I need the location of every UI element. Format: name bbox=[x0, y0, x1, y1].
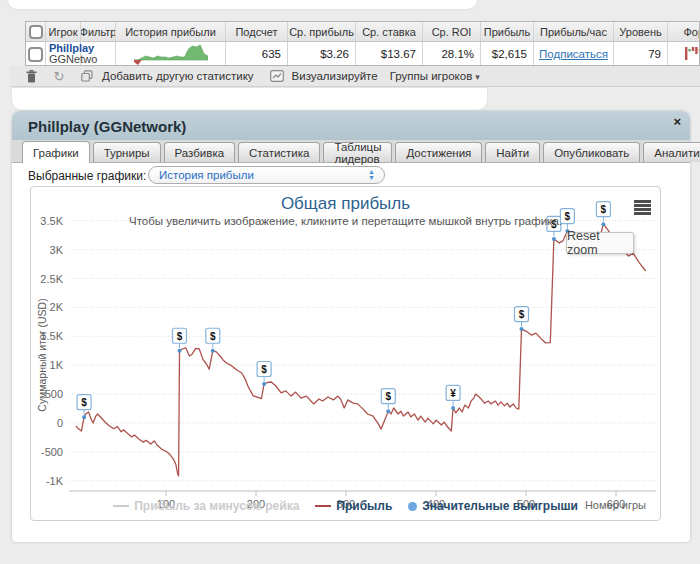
column-header-11[interactable]: Форм bbox=[668, 22, 700, 41]
visualize-icon[interactable] bbox=[270, 69, 284, 83]
toolbar: ↻ Добавить другую статистику Визуализиру… bbox=[10, 66, 700, 87]
column-header-8[interactable]: Прибыль bbox=[481, 22, 534, 41]
legend-label: Значительные выигрыши bbox=[422, 499, 578, 513]
form-sparkline bbox=[684, 45, 700, 63]
svg-text:1K: 1K bbox=[50, 359, 64, 371]
profit-value: $2,615 bbox=[481, 42, 534, 66]
svg-text:-500: -500 bbox=[41, 446, 63, 458]
level-value: 79 bbox=[614, 42, 668, 66]
svg-text:$: $ bbox=[210, 331, 216, 342]
player-panel: Phillplay (GGNetwork) × ГрафикиТурнирыРа… bbox=[12, 111, 690, 542]
tab-Найти[interactable]: Найти bbox=[485, 142, 540, 162]
tab-Статистика[interactable]: Статистика bbox=[238, 142, 320, 162]
column-header-7[interactable]: Ср. ROI bbox=[423, 22, 481, 41]
subscribe-link[interactable]: Подписаться bbox=[539, 48, 608, 60]
column-header-5[interactable]: Ср. прибыль bbox=[288, 22, 356, 41]
history-sparkline bbox=[134, 43, 208, 65]
form-sparkline-cell bbox=[668, 42, 700, 66]
avg-profit-value: $3.26 bbox=[288, 42, 356, 66]
stats-table: ИгрокФильтрИстория прибылиПодсчетСр. при… bbox=[25, 21, 700, 66]
chart-subtitle: Чтобы увеличить изображение, кликните и … bbox=[31, 215, 660, 227]
legend-dash-icon bbox=[315, 505, 331, 507]
select-stepper-icon: ▲▼ bbox=[368, 169, 375, 181]
row-checkbox[interactable] bbox=[28, 47, 43, 62]
select-all-checkbox[interactable] bbox=[29, 25, 43, 39]
filter-cell bbox=[81, 42, 116, 66]
tab-Таблицы лидеров[interactable]: Таблицы лидеров bbox=[323, 142, 392, 162]
reset-zoom-button[interactable]: Reset zoom bbox=[566, 232, 634, 254]
close-icon[interactable]: × bbox=[673, 114, 681, 129]
chart-title: Общая прибыль bbox=[31, 194, 660, 214]
column-header-6[interactable]: Ср. ставка bbox=[356, 22, 423, 41]
chart-legend: Прибыль за минусом рейкаПрибыльЗначитель… bbox=[31, 499, 660, 513]
tab-strip: ГрафикиТурнирыРазбивкаСтатистикаТаблицы … bbox=[12, 140, 690, 163]
tab-Турниры[interactable]: Турниры bbox=[93, 142, 161, 162]
chevron-down-icon: ▾ bbox=[475, 72, 480, 82]
history-sparkline-cell[interactable] bbox=[116, 42, 226, 66]
table-row: Phillplay GGNetwo 635 $3.26 $13.67 28.1%… bbox=[26, 42, 700, 66]
count-value: 635 bbox=[226, 42, 288, 66]
svg-text:2K: 2K bbox=[50, 301, 64, 313]
svg-text:$: $ bbox=[386, 391, 392, 402]
tab-Графики[interactable]: Графики bbox=[22, 141, 90, 163]
column-header-3[interactable]: История прибыли bbox=[116, 22, 226, 41]
svg-text:¥: ¥ bbox=[450, 388, 456, 399]
tab-Разбивка[interactable]: Разбивка bbox=[164, 142, 236, 162]
chart-menu-icon[interactable] bbox=[634, 200, 651, 216]
svg-text:$: $ bbox=[519, 309, 525, 320]
tab-Опубликовать[interactable]: Опубликовать bbox=[543, 142, 640, 162]
chart-select-row: Выбранные графики: История прибыли ▲▼ bbox=[12, 163, 690, 187]
mid-window-remnant bbox=[12, 88, 487, 110]
row-checkbox-cell bbox=[26, 42, 46, 66]
chart-type-select[interactable]: История прибыли ▲▼ bbox=[148, 166, 385, 184]
avg-roi-value: 28.1% bbox=[423, 42, 481, 66]
column-header-2[interactable]: Фильтр bbox=[81, 22, 116, 41]
panel-header: Phillplay (GGNetwork) × bbox=[12, 111, 690, 140]
chart-select-value: История прибыли bbox=[159, 169, 254, 181]
subscribe-link-cell: Подписаться bbox=[534, 42, 614, 66]
panel-title: Phillplay (GGNetwork) bbox=[28, 118, 186, 135]
legend-label: Прибыль bbox=[336, 499, 392, 513]
svg-text:$: $ bbox=[81, 397, 87, 408]
column-header-9[interactable]: Прибыль/час bbox=[534, 22, 614, 41]
svg-text:-1K: -1K bbox=[46, 475, 64, 487]
legend-dash-icon bbox=[113, 505, 129, 507]
svg-text:3K: 3K bbox=[50, 244, 64, 256]
refresh-icon[interactable]: ↻ bbox=[52, 69, 66, 83]
svg-text:$: $ bbox=[261, 364, 267, 375]
tab-Достижения[interactable]: Достижения bbox=[395, 142, 482, 162]
profit-chart[interactable]: -1K-50005001K1.5K2K2.5K3K3.5K10020030040… bbox=[30, 186, 661, 521]
avg-stake-value: $13.67 bbox=[356, 42, 423, 66]
x-axis-title: Номер игры bbox=[585, 499, 646, 511]
add-statistic-button[interactable]: Добавить другую статистику bbox=[102, 70, 254, 82]
trash-icon[interactable] bbox=[24, 69, 38, 83]
player-groups-dropdown[interactable]: Группы игроков▾ bbox=[390, 70, 480, 82]
legend-item-3[interactable]: Значительные выигрыши bbox=[408, 499, 578, 513]
select-all-checkbox-cell bbox=[26, 22, 46, 41]
svg-text:2.5K: 2.5K bbox=[40, 273, 63, 285]
legend-dot-icon bbox=[408, 502, 417, 511]
legend-label: Прибыль за минусом рейка bbox=[134, 499, 299, 513]
svg-text:Суммарный итог (USD): Суммарный итог (USD) bbox=[36, 298, 48, 411]
svg-text:$: $ bbox=[177, 331, 183, 342]
top-window-remnant bbox=[8, 0, 477, 9]
svg-text:0: 0 bbox=[57, 417, 63, 429]
visualize-button[interactable]: Визуализируйте bbox=[292, 70, 378, 82]
legend-item-2[interactable]: Прибыль bbox=[315, 499, 392, 513]
stats-table-header-row: ИгрокФильтрИстория прибылиПодсчетСр. при… bbox=[26, 22, 700, 42]
legend-item-1[interactable]: Прибыль за минусом рейка bbox=[113, 499, 299, 513]
selected-charts-label: Выбранные графики: bbox=[28, 169, 146, 183]
column-header-4[interactable]: Подсчет bbox=[226, 22, 288, 41]
column-header-1[interactable]: Игрок bbox=[46, 22, 81, 41]
copy-icon[interactable] bbox=[80, 69, 94, 83]
tab-Аналитика[interactable]: Аналитика bbox=[643, 142, 700, 162]
column-header-10[interactable]: Уровень bbox=[614, 22, 668, 41]
player-cell: Phillplay GGNetwo bbox=[46, 42, 81, 66]
